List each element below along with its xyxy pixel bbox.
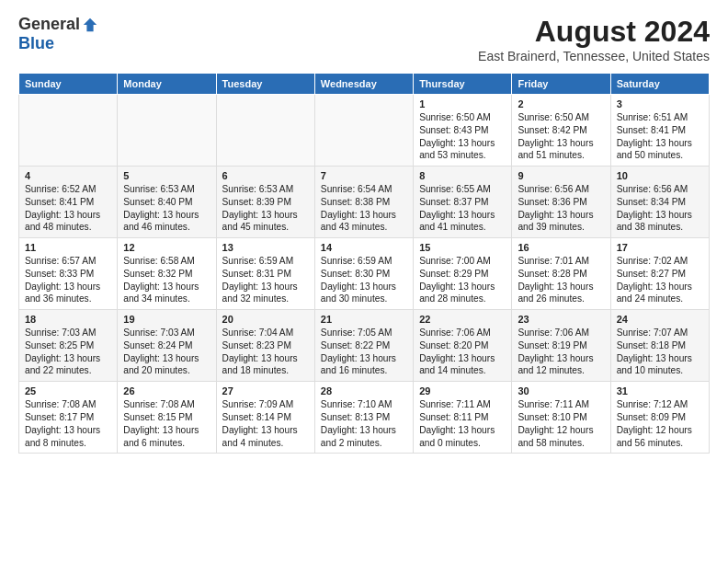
cell-text: and 0 minutes.	[419, 437, 506, 450]
cell-text: Sunrise: 7:03 AM	[123, 327, 210, 339]
day-number: 5	[123, 170, 210, 181]
day-number: 10	[617, 170, 703, 181]
cell-text: Sunset: 8:40 PM	[123, 196, 210, 209]
day-number: 23	[518, 314, 604, 325]
calendar-cell: 17Sunrise: 7:02 AMSunset: 8:27 PMDayligh…	[610, 238, 709, 310]
cell-text: and 14 minutes.	[419, 364, 506, 377]
cell-text: and 8 minutes.	[25, 437, 111, 450]
day-number: 26	[123, 385, 210, 396]
cell-text: and 20 minutes.	[123, 364, 210, 377]
cell-text: Sunrise: 6:50 AM	[419, 111, 506, 124]
cell-text: Sunset: 8:09 PM	[617, 411, 703, 424]
calendar-cell: 12Sunrise: 6:58 AMSunset: 8:32 PMDayligh…	[118, 238, 216, 310]
day-number: 3	[617, 98, 703, 109]
cell-text: Sunset: 8:17 PM	[25, 411, 111, 424]
cell-text: Daylight: 13 hours	[123, 281, 210, 293]
cell-text: and 6 minutes.	[123, 437, 210, 450]
cell-text: and 2 minutes.	[321, 437, 407, 450]
logo-icon	[82, 17, 98, 33]
calendar-table: Sunday Monday Tuesday Wednesday Thursday…	[18, 73, 710, 454]
cell-text: Sunrise: 7:09 AM	[222, 398, 309, 411]
cell-text: Sunset: 8:39 PM	[222, 196, 309, 209]
cell-text: Sunrise: 7:02 AM	[617, 255, 703, 268]
cell-text: Sunrise: 7:01 AM	[518, 255, 604, 268]
cell-text: and 10 minutes.	[617, 364, 703, 377]
cell-text: Sunset: 8:11 PM	[419, 411, 506, 424]
cell-text: Daylight: 13 hours	[25, 352, 111, 365]
calendar-cell: 22Sunrise: 7:06 AMSunset: 8:20 PMDayligh…	[414, 310, 512, 382]
cell-text: Sunset: 8:23 PM	[222, 339, 309, 352]
calendar-cell: 18Sunrise: 7:03 AMSunset: 8:25 PMDayligh…	[19, 310, 118, 382]
cell-text: Sunset: 8:38 PM	[321, 196, 407, 209]
cell-text: Sunset: 8:30 PM	[321, 268, 407, 281]
cell-text: Daylight: 13 hours	[222, 352, 309, 365]
cell-text: Sunrise: 7:10 AM	[321, 398, 407, 411]
cell-text: Sunset: 8:36 PM	[518, 196, 604, 209]
cell-text: Daylight: 13 hours	[518, 137, 604, 150]
cell-text: and 58 minutes.	[518, 437, 604, 450]
cell-text: and 48 minutes.	[25, 221, 111, 234]
day-number: 22	[419, 314, 506, 325]
calendar-header: Sunday Monday Tuesday Wednesday Thursday…	[19, 74, 710, 95]
cell-text: Sunrise: 7:11 AM	[518, 398, 604, 411]
cell-text: and 56 minutes.	[617, 437, 703, 450]
cell-text: and 41 minutes.	[419, 221, 506, 234]
cell-text: Sunrise: 6:51 AM	[617, 111, 703, 124]
cell-text: Daylight: 13 hours	[419, 137, 506, 150]
cell-text: Sunset: 8:28 PM	[518, 268, 604, 281]
calendar-cell: 8Sunrise: 6:55 AMSunset: 8:37 PMDaylight…	[414, 167, 512, 238]
calendar-cell: 13Sunrise: 6:59 AMSunset: 8:31 PMDayligh…	[216, 238, 314, 310]
day-number: 28	[321, 385, 407, 396]
day-number: 11	[25, 242, 111, 253]
cell-text: Sunset: 8:34 PM	[617, 196, 703, 209]
calendar-cell: 1Sunrise: 6:50 AMSunset: 8:43 PMDaylight…	[414, 95, 512, 167]
day-number: 18	[25, 314, 111, 325]
cell-text: Daylight: 13 hours	[321, 424, 407, 437]
day-number: 14	[321, 242, 407, 253]
cell-text: Sunset: 8:24 PM	[123, 339, 210, 352]
cell-text: Sunrise: 7:06 AM	[518, 327, 604, 339]
day-number: 1	[419, 98, 506, 109]
day-number: 6	[222, 170, 309, 181]
calendar-cell: 26Sunrise: 7:08 AMSunset: 8:15 PMDayligh…	[118, 382, 216, 454]
calendar-cell: 28Sunrise: 7:10 AMSunset: 8:13 PMDayligh…	[314, 382, 413, 454]
calendar-cell: 10Sunrise: 6:56 AMSunset: 8:34 PMDayligh…	[610, 167, 709, 238]
cell-text: Daylight: 13 hours	[25, 424, 111, 437]
cell-text: Daylight: 13 hours	[222, 281, 309, 293]
cell-text: Sunrise: 7:12 AM	[617, 398, 703, 411]
cell-text: Sunrise: 7:11 AM	[419, 398, 506, 411]
cell-text: Sunset: 8:19 PM	[518, 339, 604, 352]
calendar-cell: 23Sunrise: 7:06 AMSunset: 8:19 PMDayligh…	[512, 310, 610, 382]
cell-text: Sunrise: 7:06 AM	[419, 327, 506, 339]
col-saturday: Saturday	[610, 74, 709, 95]
cell-text: Daylight: 13 hours	[321, 281, 407, 293]
day-number: 12	[123, 242, 210, 253]
cell-text: Sunset: 8:37 PM	[419, 196, 506, 209]
calendar-week-2: 4Sunrise: 6:52 AMSunset: 8:41 PMDaylight…	[19, 167, 710, 238]
cell-text: Daylight: 13 hours	[518, 281, 604, 293]
cell-text: Sunrise: 6:57 AM	[25, 255, 111, 268]
calendar-cell: 14Sunrise: 6:59 AMSunset: 8:30 PMDayligh…	[314, 238, 413, 310]
col-sunday: Sunday	[19, 74, 118, 95]
calendar-cell: 9Sunrise: 6:56 AMSunset: 8:36 PMDaylight…	[512, 167, 610, 238]
cell-text: Daylight: 13 hours	[617, 137, 703, 150]
calendar-cell	[19, 95, 118, 167]
calendar-cell: 5Sunrise: 6:53 AMSunset: 8:40 PMDaylight…	[118, 167, 216, 238]
cell-text: Daylight: 13 hours	[123, 209, 210, 222]
cell-text: Sunrise: 7:08 AM	[123, 398, 210, 411]
cell-text: and 53 minutes.	[419, 149, 506, 162]
cell-text: Sunset: 8:27 PM	[617, 268, 703, 281]
calendar-week-3: 11Sunrise: 6:57 AMSunset: 8:33 PMDayligh…	[19, 238, 710, 310]
cell-text: Sunrise: 6:53 AM	[123, 183, 210, 196]
cell-text: and 28 minutes.	[419, 293, 506, 305]
cell-text: Daylight: 13 hours	[419, 281, 506, 293]
calendar-cell: 27Sunrise: 7:09 AMSunset: 8:14 PMDayligh…	[216, 382, 314, 454]
calendar-cell: 7Sunrise: 6:54 AMSunset: 8:38 PMDaylight…	[314, 167, 413, 238]
cell-text: Daylight: 12 hours	[617, 424, 703, 437]
cell-text: Daylight: 13 hours	[617, 209, 703, 222]
cell-text: Daylight: 13 hours	[25, 209, 111, 222]
calendar-cell: 3Sunrise: 6:51 AMSunset: 8:41 PMDaylight…	[610, 95, 709, 167]
cell-text: Sunrise: 7:03 AM	[25, 327, 111, 339]
cell-text: Sunset: 8:15 PM	[123, 411, 210, 424]
calendar-cell	[314, 95, 413, 167]
